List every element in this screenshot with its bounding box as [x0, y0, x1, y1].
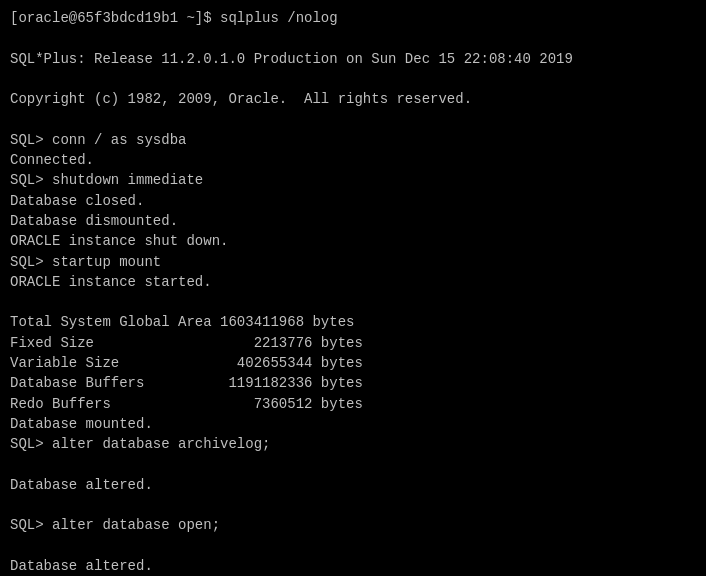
line-4 — [10, 69, 696, 89]
line-7: SQL> conn / as sysdba — [10, 130, 696, 150]
line-12: ORACLE instance shut down. — [10, 231, 696, 251]
line-26: SQL> alter database open; — [10, 515, 696, 535]
line-15 — [10, 292, 696, 312]
line-19: Database Buffers 1191182336 bytes — [10, 373, 696, 393]
line-2 — [10, 28, 696, 48]
line-14: ORACLE instance started. — [10, 272, 696, 292]
line-17: Fixed Size 2213776 bytes — [10, 333, 696, 353]
line-27 — [10, 536, 696, 556]
line-24: Database altered. — [10, 475, 696, 495]
line-23 — [10, 455, 696, 475]
terminal-window: [oracle@65f3bdcd19b1 ~]$ sqlplus /nolog … — [0, 0, 706, 576]
line-18: Variable Size 402655344 bytes — [10, 353, 696, 373]
line-5: Copyright (c) 1982, 2009, Oracle. All ri… — [10, 89, 696, 109]
line-20: Redo Buffers 7360512 bytes — [10, 394, 696, 414]
line-28: Database altered. — [10, 556, 696, 576]
line-3: SQL*Plus: Release 11.2.0.1.0 Production … — [10, 49, 696, 69]
line-25 — [10, 495, 696, 515]
line-1: [oracle@65f3bdcd19b1 ~]$ sqlplus /nolog — [10, 8, 696, 28]
line-6 — [10, 109, 696, 129]
line-16: Total System Global Area 1603411968 byte… — [10, 312, 696, 332]
line-13: SQL> startup mount — [10, 252, 696, 272]
line-22: SQL> alter database archivelog; — [10, 434, 696, 454]
line-9: SQL> shutdown immediate — [10, 170, 696, 190]
line-11: Database dismounted. — [10, 211, 696, 231]
line-21: Database mounted. — [10, 414, 696, 434]
line-8: Connected. — [10, 150, 696, 170]
line-10: Database closed. — [10, 191, 696, 211]
